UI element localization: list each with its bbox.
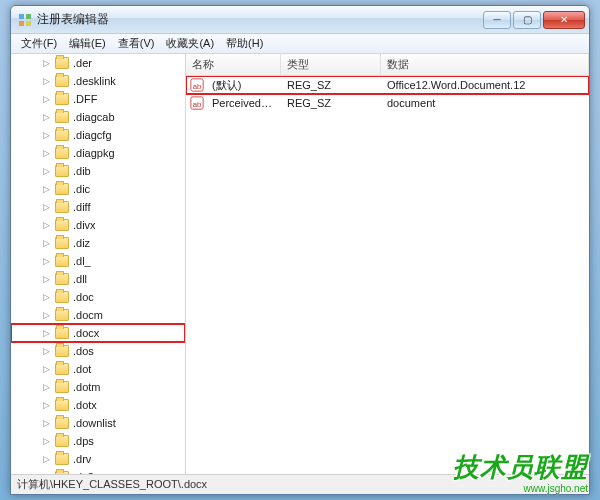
expander-icon[interactable]: ▷: [41, 130, 51, 140]
folder-icon: [55, 291, 69, 303]
expander-icon[interactable]: ▷: [41, 148, 51, 158]
tree-item-label: .downlist: [73, 417, 116, 429]
expander-icon[interactable]: ▷: [41, 184, 51, 194]
expander-icon[interactable]: ▷: [41, 400, 51, 410]
tree-item-label: .dll: [73, 273, 87, 285]
expander-icon[interactable]: ▷: [41, 328, 51, 338]
tree-item[interactable]: ▷.DFF: [11, 90, 185, 108]
menu-file[interactable]: 文件(F): [15, 36, 63, 51]
folder-icon: [55, 255, 69, 267]
svg-rect-0: [19, 14, 24, 19]
string-value-icon: ab: [190, 78, 204, 92]
tree-item[interactable]: ▷.divx: [11, 216, 185, 234]
column-data[interactable]: 数据: [381, 54, 589, 75]
tree-item[interactable]: ▷.der: [11, 54, 185, 72]
tree-item[interactable]: ▷.ds2: [11, 468, 185, 474]
column-name[interactable]: 名称: [186, 54, 281, 75]
expander-icon[interactable]: ▷: [41, 310, 51, 320]
menubar: 文件(F) 编辑(E) 查看(V) 收藏夹(A) 帮助(H): [11, 34, 589, 54]
expander-icon[interactable]: ▷: [41, 58, 51, 68]
folder-icon: [55, 219, 69, 231]
tree-item-label: .dot: [73, 363, 91, 375]
tree-item-label: .docm: [73, 309, 103, 321]
tree-item[interactable]: ▷.desklink: [11, 72, 185, 90]
folder-icon: [55, 309, 69, 321]
minimize-button[interactable]: ─: [483, 11, 511, 29]
expander-icon[interactable]: ▷: [41, 112, 51, 122]
menu-edit[interactable]: 编辑(E): [63, 36, 112, 51]
tree-item-label: .dib: [73, 165, 91, 177]
folder-icon: [55, 201, 69, 213]
tree-item[interactable]: ▷.diagpkg: [11, 144, 185, 162]
menu-favorites[interactable]: 收藏夹(A): [160, 36, 220, 51]
tree-item[interactable]: ▷.docm: [11, 306, 185, 324]
list-row[interactable]: ab(默认)REG_SZOffice12.Word.Document.12: [186, 76, 589, 94]
expander-icon[interactable]: ▷: [41, 256, 51, 266]
list-header: 名称 类型 数据: [186, 54, 589, 76]
tree-item[interactable]: ▷.diagcab: [11, 108, 185, 126]
expander-icon[interactable]: ▷: [41, 472, 51, 474]
expander-icon[interactable]: ▷: [41, 382, 51, 392]
folder-icon: [55, 273, 69, 285]
tree-item[interactable]: ▷.dl_: [11, 252, 185, 270]
tree-item-label: .dotm: [73, 381, 101, 393]
folder-icon: [55, 57, 69, 69]
expander-icon[interactable]: ▷: [41, 292, 51, 302]
tree-item[interactable]: ▷.dib: [11, 162, 185, 180]
expander-icon[interactable]: ▷: [41, 418, 51, 428]
expander-icon[interactable]: ▷: [41, 94, 51, 104]
expander-icon[interactable]: ▷: [41, 220, 51, 230]
value-name: PerceivedType: [206, 97, 281, 109]
tree-item[interactable]: ▷.dotx: [11, 396, 185, 414]
menu-help[interactable]: 帮助(H): [220, 36, 269, 51]
expander-icon[interactable]: ▷: [41, 454, 51, 464]
tree-item-label: .divx: [73, 219, 96, 231]
expander-icon[interactable]: ▷: [41, 76, 51, 86]
maximize-button[interactable]: ▢: [513, 11, 541, 29]
tree-item-label: .dic: [73, 183, 90, 195]
tree-pane[interactable]: ▷.der▷.desklink▷.DFF▷.diagcab▷.diagcfg▷.…: [11, 54, 186, 474]
tree-item-label: .DFF: [73, 93, 97, 105]
app-icon: [17, 12, 33, 28]
expander-icon[interactable]: ▷: [41, 364, 51, 374]
tree-item[interactable]: ▷.diff: [11, 198, 185, 216]
expander-icon[interactable]: ▷: [41, 202, 51, 212]
titlebar[interactable]: 注册表编辑器 ─ ▢ ✕: [11, 6, 589, 34]
tree-item[interactable]: ▷.dic: [11, 180, 185, 198]
tree-item[interactable]: ▷.doc: [11, 288, 185, 306]
tree-item-label: .diagcab: [73, 111, 115, 123]
tree-item[interactable]: ▷.dotm: [11, 378, 185, 396]
tree-item[interactable]: ▷.diz: [11, 234, 185, 252]
tree-item[interactable]: ▷.downlist: [11, 414, 185, 432]
tree-item[interactable]: ▷.drv: [11, 450, 185, 468]
list-row[interactable]: abPerceivedTypeREG_SZdocument: [186, 94, 589, 112]
tree-item[interactable]: ▷.dos: [11, 342, 185, 360]
folder-icon: [55, 435, 69, 447]
tree-item[interactable]: ▷.dot: [11, 360, 185, 378]
close-button[interactable]: ✕: [543, 11, 585, 29]
tree-item[interactable]: ▷.dll: [11, 270, 185, 288]
value-type: REG_SZ: [281, 79, 381, 91]
tree-item[interactable]: ▷.docx: [11, 324, 185, 342]
expander-icon[interactable]: ▷: [41, 436, 51, 446]
column-type[interactable]: 类型: [281, 54, 381, 75]
regedit-window: 注册表编辑器 ─ ▢ ✕ 文件(F) 编辑(E) 查看(V) 收藏夹(A) 帮助…: [10, 5, 590, 495]
expander-icon[interactable]: ▷: [41, 346, 51, 356]
tree-item[interactable]: ▷.dps: [11, 432, 185, 450]
list-body[interactable]: ab(默认)REG_SZOffice12.Word.Document.12abP…: [186, 76, 589, 474]
folder-icon: [55, 381, 69, 393]
tree-item-label: .drv: [73, 453, 91, 465]
folder-icon: [55, 111, 69, 123]
expander-icon[interactable]: ▷: [41, 166, 51, 176]
menu-view[interactable]: 查看(V): [112, 36, 161, 51]
tree-item-label: .dps: [73, 435, 94, 447]
value-data: Office12.Word.Document.12: [381, 79, 589, 91]
folder-icon: [55, 327, 69, 339]
tree-item-label: .der: [73, 57, 92, 69]
tree-item[interactable]: ▷.diagcfg: [11, 126, 185, 144]
expander-icon[interactable]: ▷: [41, 274, 51, 284]
svg-rect-2: [19, 21, 24, 26]
tree-item-label: .diagcfg: [73, 129, 112, 141]
folder-icon: [55, 129, 69, 141]
expander-icon[interactable]: ▷: [41, 238, 51, 248]
